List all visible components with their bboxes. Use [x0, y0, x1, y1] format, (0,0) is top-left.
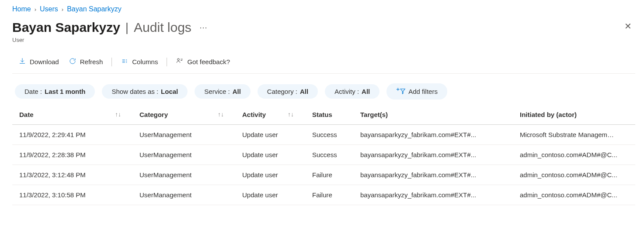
filter-category-label: Category : — [267, 88, 297, 95]
filter-category-value: All — [300, 88, 308, 95]
sort-icon: ↑↓ — [215, 111, 224, 118]
entity-type-label: User — [12, 37, 621, 43]
cell-date: 11/3/2022, 3:10:58 PM — [12, 185, 132, 205]
cell-status: Success — [305, 125, 353, 145]
col-header-status[interactable]: Status — [305, 105, 353, 125]
feedback-button[interactable]: Got feedback? — [175, 55, 231, 68]
add-filter-icon — [396, 87, 406, 96]
cell-actor: admin_contoso.com#ADM#@C... — [513, 185, 635, 205]
cell-date: 11/9/2022, 2:28:38 PM — [12, 145, 132, 165]
svg-point-0 — [178, 58, 180, 61]
col-header-targets[interactable]: Target(s) — [353, 105, 513, 125]
filter-date-value: Last 1 month — [45, 88, 85, 95]
table-body: 11/9/2022, 2:29:41 PMUserManagementUpdat… — [12, 125, 635, 205]
cell-actor: admin_contoso.com#ADM#@C... — [513, 145, 635, 165]
cell-status: Failure — [305, 185, 353, 205]
sort-icon: ↑↓ — [112, 111, 121, 118]
title-separator: | — [125, 21, 129, 34]
filter-showdates-value: Local — [161, 88, 178, 95]
filter-bar: Date : Last 1 month Show dates as : Loca… — [15, 83, 635, 100]
filter-activity-label: Activity : — [334, 88, 359, 95]
filter-date[interactable]: Date : Last 1 month — [15, 84, 95, 99]
filter-activity[interactable]: Activity : All — [325, 84, 379, 99]
cell-status: Failure — [305, 165, 353, 185]
refresh-icon — [69, 57, 77, 66]
col-header-activity-label: Activity — [242, 111, 266, 118]
cell-activity: Update user — [235, 165, 305, 185]
filter-category[interactable]: Category : All — [258, 84, 318, 99]
more-actions-button[interactable]: ⋯ — [197, 22, 210, 33]
cell-targets: bayansaparkyzy_fabrikam.com#EXT#... — [353, 125, 513, 145]
cell-category: UserManagement — [132, 165, 235, 185]
cell-status: Success — [305, 145, 353, 165]
filter-service-value: All — [233, 88, 241, 95]
cell-category: UserManagement — [132, 125, 235, 145]
add-filters-button[interactable]: Add filters — [386, 83, 447, 100]
feedback-icon — [176, 57, 184, 66]
col-header-actor-label: Initiated by (actor) — [520, 111, 577, 118]
filter-service-label: Service : — [204, 88, 230, 95]
cell-targets: bayansaparkyzy_fabrikam.com#EXT#... — [353, 185, 513, 205]
refresh-button[interactable]: Refresh — [68, 55, 104, 68]
columns-icon — [121, 57, 129, 66]
columns-button[interactable]: Columns — [120, 55, 159, 68]
breadcrumb-current[interactable]: Bayan Saparkyzy — [67, 5, 122, 13]
cell-activity: Update user — [235, 185, 305, 205]
filter-date-label: Date : — [24, 88, 42, 95]
cell-category: UserManagement — [132, 145, 235, 165]
table-row[interactable]: 11/9/2022, 2:29:41 PMUserManagementUpdat… — [12, 125, 635, 145]
breadcrumb-home[interactable]: Home — [12, 5, 31, 13]
col-header-date[interactable]: Date ↑↓ — [12, 105, 132, 125]
cell-activity: Update user — [235, 125, 305, 145]
cell-actor: admin_contoso.com#ADM#@C... — [513, 165, 635, 185]
download-button[interactable]: Download — [17, 55, 60, 68]
cell-targets: bayansaparkyzy_fabrikam.com#EXT#... — [353, 145, 513, 165]
sort-icon: ↑↓ — [285, 111, 294, 118]
breadcrumb: Home › Users › Bayan Saparkyzy — [12, 5, 635, 13]
feedback-label: Got feedback? — [187, 58, 230, 65]
toolbar-separator — [111, 58, 112, 66]
filter-showdates[interactable]: Show dates as : Local — [102, 84, 188, 99]
refresh-label: Refresh — [80, 58, 103, 65]
toolbar-separator — [167, 58, 167, 66]
col-header-category-label: Category — [139, 111, 168, 118]
audit-log-table: Date ↑↓ Category ↑↓ Activity ↑↓ Status T… — [12, 105, 635, 205]
col-header-date-label: Date — [19, 111, 34, 118]
breadcrumb-users[interactable]: Users — [40, 5, 58, 13]
toolbar: Download Refresh Columns Got feedback? — [12, 53, 635, 74]
table-row[interactable]: 11/9/2022, 2:28:38 PMUserManagementUpdat… — [12, 145, 635, 165]
col-header-status-label: Status — [312, 111, 332, 118]
cell-actor: Microsoft Substrate Managem… — [513, 125, 635, 145]
filter-showdates-label: Show dates as : — [111, 88, 158, 95]
chevron-right-icon: › — [35, 6, 36, 13]
col-header-activity[interactable]: Activity ↑↓ — [235, 105, 305, 125]
filter-service[interactable]: Service : All — [195, 84, 251, 99]
cell-activity: Update user — [235, 145, 305, 165]
close-button[interactable]: ✕ — [621, 20, 635, 32]
page-subtitle: Audit logs — [134, 20, 191, 35]
col-header-targets-label: Target(s) — [360, 111, 388, 118]
cell-targets: bayansaparkyzy_fabrikam.com#EXT#... — [353, 165, 513, 185]
table-row[interactable]: 11/3/2022, 3:12:48 PMUserManagementUpdat… — [12, 165, 635, 185]
col-header-actor[interactable]: Initiated by (actor) — [513, 105, 635, 125]
cell-date: 11/3/2022, 3:12:48 PM — [12, 165, 132, 185]
col-header-category[interactable]: Category ↑↓ — [132, 105, 235, 125]
columns-label: Columns — [132, 58, 158, 65]
download-label: Download — [30, 58, 59, 65]
filter-activity-value: All — [362, 88, 370, 95]
table-header-row: Date ↑↓ Category ↑↓ Activity ↑↓ Status T… — [12, 105, 635, 125]
chevron-right-icon: › — [62, 6, 63, 13]
page-title: Bayan Saparkyzy — [12, 20, 120, 35]
cell-date: 11/9/2022, 2:29:41 PM — [12, 125, 132, 145]
cell-category: UserManagement — [132, 185, 235, 205]
add-filters-label: Add filters — [408, 88, 438, 95]
table-row[interactable]: 11/3/2022, 3:10:58 PMUserManagementUpdat… — [12, 185, 635, 205]
download-icon — [18, 57, 26, 66]
